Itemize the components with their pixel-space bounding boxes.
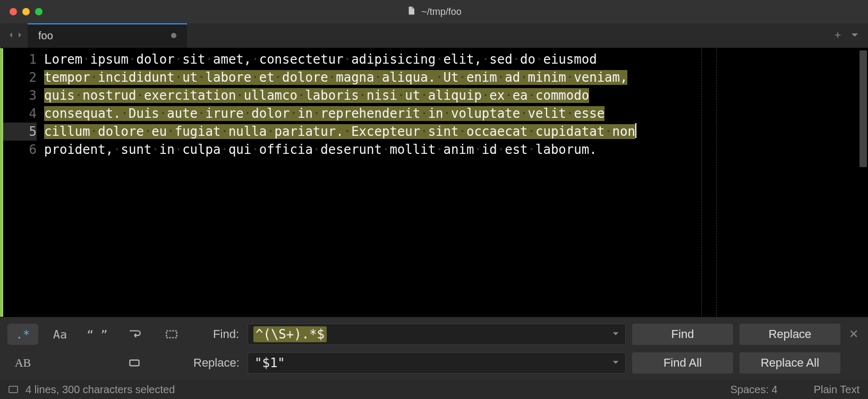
text-cursor xyxy=(635,123,636,138)
statusbar: 4 lines, 300 characters selected Spaces:… xyxy=(0,380,868,399)
whole-word-toggle[interactable]: “ ” xyxy=(82,324,113,345)
code-line[interactable]: cillum·dolore·eu·fugiat·nulla·pariatur.·… xyxy=(44,123,868,141)
highlight-toggle[interactable] xyxy=(119,352,150,374)
replace-button[interactable]: Replace xyxy=(739,324,840,345)
panel-toggle-icon[interactable] xyxy=(8,386,18,393)
code-area[interactable]: Lorem·ipsum·dolor·sit·amet,·consectetur·… xyxy=(44,48,868,317)
dirty-indicator-icon xyxy=(171,33,176,38)
selection-info: 4 lines, 300 characters selected xyxy=(25,384,175,396)
line-number: 3 xyxy=(2,86,37,105)
find-replace-panel: .* Aa “ ” Find: ^(\S+).*$ Find Replace ✕… xyxy=(0,317,868,380)
line-number: 2 xyxy=(2,68,37,86)
code-line[interactable]: proident,·sunt·in·culpa·qui·officia·dese… xyxy=(44,141,868,159)
case-sensitive-toggle[interactable]: Aa xyxy=(45,324,75,345)
code-line[interactable]: tempor·incididunt·ut·labore·et·dolore·ma… xyxy=(44,68,868,86)
nav-forward-icon[interactable] xyxy=(16,30,23,41)
replace-history-dropdown-icon[interactable] xyxy=(611,356,620,370)
svg-rect-1 xyxy=(130,360,139,366)
file-icon xyxy=(406,5,416,19)
preserve-case-toggle[interactable]: AB xyxy=(7,352,38,374)
nav-back-icon[interactable] xyxy=(7,30,15,41)
line-number: 1 xyxy=(2,50,37,68)
window-title-text: ~/tmp/foo xyxy=(421,6,462,18)
find-label: Find: xyxy=(193,327,241,341)
window-close-button[interactable] xyxy=(10,8,17,15)
find-field-wrap: ^(\S+).*$ xyxy=(248,324,626,345)
wrap-toggle[interactable] xyxy=(119,324,150,345)
code-line[interactable]: quis·nostrud·exercitation·ullamco·labori… xyxy=(44,86,868,105)
replace-field-wrap xyxy=(248,352,626,374)
tab-foo[interactable]: foo xyxy=(28,23,187,48)
replace-label: Replace: xyxy=(193,356,241,370)
line-number-gutter: 123456 xyxy=(2,48,44,317)
find-all-button[interactable]: Find All xyxy=(632,352,733,374)
window-zoom-button[interactable] xyxy=(35,8,42,15)
scrollbar-vertical[interactable] xyxy=(860,50,867,167)
traffic-lights xyxy=(0,8,42,15)
line-number: 6 xyxy=(2,141,37,159)
in-selection-toggle[interactable] xyxy=(156,324,187,345)
window-title: ~/tmp/foo xyxy=(0,5,868,19)
editor[interactable]: 123456 Lorem·ipsum·dolor·sit·amet,·conse… xyxy=(0,48,868,317)
tab-menu-icon[interactable] xyxy=(850,30,860,41)
tabbar: foo xyxy=(0,23,868,48)
tab-actions xyxy=(833,23,868,48)
syntax-info[interactable]: Plain Text xyxy=(814,384,860,396)
new-tab-icon[interactable] xyxy=(833,30,843,41)
code-line[interactable]: consequat.·Duis·aute·irure·dolor·in·repr… xyxy=(44,105,868,123)
find-button[interactable]: Find xyxy=(632,324,733,345)
regex-toggle[interactable]: .* xyxy=(7,324,38,345)
titlebar: ~/tmp/foo xyxy=(0,0,868,23)
code-line[interactable]: Lorem·ipsum·dolor·sit·amet,·consectetur·… xyxy=(44,50,868,68)
window-minimize-button[interactable] xyxy=(22,8,30,15)
svg-rect-0 xyxy=(166,331,177,338)
line-number: 5 xyxy=(2,123,37,141)
tab-label: foo xyxy=(38,30,53,42)
find-history-dropdown-icon[interactable] xyxy=(611,327,620,341)
replace-input[interactable] xyxy=(254,355,604,370)
line-number: 4 xyxy=(2,105,37,123)
close-panel-icon[interactable]: ✕ xyxy=(847,327,861,341)
replace-all-button[interactable]: Replace All xyxy=(739,352,840,374)
git-gutter xyxy=(2,48,3,317)
tab-nav xyxy=(0,23,28,48)
indent-info[interactable]: Spaces: 4 xyxy=(730,384,778,396)
